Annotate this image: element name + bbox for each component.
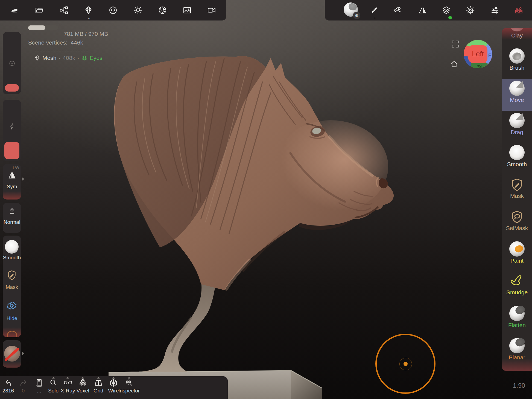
scene-vertices: Scene vertices:446k	[28, 39, 83, 46]
move-thumb	[509, 81, 525, 96]
gizmo-bottom-label-partial: Bo	[477, 64, 482, 68]
sym-label: Sym	[3, 184, 21, 190]
material-button[interactable]: ...	[81, 3, 96, 18]
planar-thumb	[509, 338, 525, 353]
interface-settings-button[interactable]: ...	[487, 2, 502, 18]
sym-icon	[8, 171, 16, 180]
lighting-button[interactable]	[130, 3, 145, 18]
zoom-readout: 1.90	[513, 382, 525, 389]
topology-button[interactable]	[106, 3, 121, 18]
active-layer-name: Eyes	[90, 55, 103, 61]
stroke-more-indicator: ...	[372, 16, 377, 18]
material-gear-badge[interactable]: ⚙	[353, 12, 360, 19]
memory-progressbar	[28, 25, 58, 30]
radius-slider-handle[interactable]	[5, 84, 19, 92]
settings-button[interactable]	[463, 2, 478, 18]
paint-settings-button[interactable]	[390, 2, 405, 18]
redo-count: 0	[22, 388, 25, 394]
camera-button[interactable]	[204, 3, 220, 18]
brush-cursor[interactable]	[375, 334, 435, 394]
smooth-tool-button[interactable]	[5, 240, 19, 254]
files-button[interactable]	[31, 3, 47, 18]
tool-smudge[interactable]: Smudge	[502, 272, 532, 304]
gizmo-left-face[interactable]: Left	[468, 45, 488, 63]
symmetry-toggle[interactable]: L/W Sym	[3, 164, 21, 200]
material-blob	[348, 2, 358, 11]
scene-vertices-value: 446k	[71, 39, 83, 46]
layers-active-dot	[448, 16, 452, 19]
material-slot-panel[interactable]	[3, 340, 21, 368]
top-left-toolbar: ...	[0, 0, 226, 20]
hide-tool-button[interactable]	[6, 300, 18, 312]
fullscreen-button[interactable]	[451, 40, 459, 48]
sym-expand-chevron[interactable]	[22, 177, 24, 181]
tool-planar[interactable]: Planar	[502, 336, 532, 368]
tool-brush[interactable]: Brush	[502, 47, 532, 78]
memory-text: 781 MB / 970 MB	[64, 31, 108, 37]
toggle-inspector[interactable]: Inspector	[119, 379, 139, 394]
intensity-icon	[8, 123, 16, 130]
intensity-slider[interactable]	[3, 100, 21, 161]
mesh-icon	[34, 55, 40, 61]
material-expand-chevron[interactable]	[22, 351, 24, 355]
tool-selmask[interactable]: SelMask	[502, 208, 532, 239]
mesh-vertex-count: 408k	[63, 55, 75, 61]
no-material-ball[interactable]	[4, 346, 20, 362]
history-more: ...	[37, 388, 41, 394]
tool-flatten[interactable]: Flatten	[502, 304, 532, 336]
interface-more-indicator: ...	[493, 16, 497, 18]
smooth-tool-label: Smooth	[3, 255, 21, 261]
normal-falloff-button[interactable]: Normal	[3, 203, 21, 233]
mask-tool-label: Mask	[3, 284, 21, 290]
radius-slider[interactable]	[3, 32, 21, 94]
tool-smooth[interactable]: Smooth	[502, 143, 532, 175]
radius-icon	[8, 60, 16, 67]
material-more-indicator: ...	[86, 16, 91, 19]
orientation-gizmo[interactable]: Left F Bo	[464, 40, 492, 68]
status-divider	[35, 51, 88, 51]
separator-dot: ·	[77, 55, 79, 61]
mask-thumb	[510, 178, 524, 192]
tool-move[interactable]: Move	[502, 79, 532, 111]
scene-graph-button[interactable]	[56, 3, 72, 18]
smudge-thumb	[510, 274, 524, 288]
mask-tool-button[interactable]	[6, 270, 17, 281]
selmask-thumb	[510, 210, 524, 224]
memory-progress-fill	[28, 25, 45, 30]
mesh-info-row[interactable]: Mesh · 408k · Eyes	[34, 55, 103, 61]
drag-thumb	[509, 113, 525, 128]
active-material-ball[interactable]: ⚙	[344, 2, 358, 17]
horse-head[interactable]	[114, 56, 394, 290]
sculpture-stand[interactable]	[138, 280, 216, 372]
symmetry-button[interactable]	[415, 2, 430, 18]
normal-label: Normal	[3, 219, 21, 225]
undo-count: 2816	[2, 388, 14, 394]
top-right-toolbar: ⚙ ... ...	[325, 0, 532, 20]
clay-thumb	[509, 28, 525, 31]
postprocess-button[interactable]	[155, 3, 170, 18]
tool-clay[interactable]: Clay	[502, 28, 532, 46]
paint-thumb	[509, 241, 525, 257]
flatten-thumb	[509, 306, 525, 321]
tool-paint[interactable]: Paint	[502, 240, 532, 271]
scrolled-tool-hint	[7, 331, 17, 337]
no-material-slash	[4, 347, 20, 361]
normal-icon	[8, 207, 16, 216]
hide-tool-label: Hide	[3, 315, 21, 321]
layers-button[interactable]	[439, 2, 454, 18]
toolbox-button[interactable]	[511, 2, 526, 18]
background-image-button[interactable]	[180, 3, 195, 18]
smooth-thumb	[509, 145, 525, 160]
intensity-slider-handle[interactable]	[4, 142, 19, 159]
tool-drag[interactable]: Drag	[502, 111, 532, 143]
tool-mask[interactable]: Mask	[502, 175, 532, 207]
stroke-settings-button[interactable]: ...	[367, 2, 382, 18]
scene-vertices-label: Scene vertices:	[28, 39, 68, 46]
separator-dot: ·	[59, 55, 60, 61]
home-view-button[interactable]	[450, 60, 458, 68]
app-logo-icon[interactable]	[7, 3, 22, 18]
mesh-name: Mesh	[42, 55, 56, 61]
tool-sidebar: Clay Brush Move Drag Smooth Mask SelMask…	[502, 28, 532, 371]
gizmo-front-label-partial: F	[488, 52, 492, 59]
layer-icon	[81, 55, 87, 61]
